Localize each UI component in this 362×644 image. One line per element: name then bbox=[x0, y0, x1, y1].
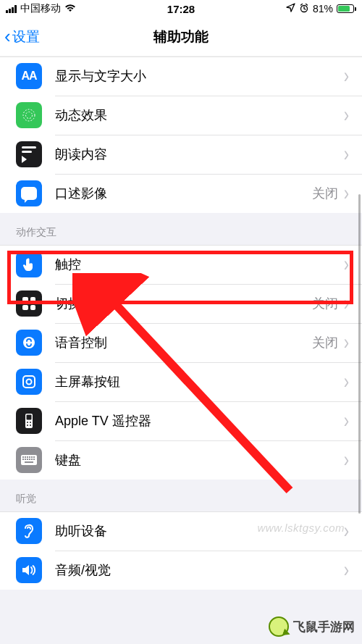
settings-scroll[interactable]: AA 显示与文字大小 › 动态效果 › 朗读内容 › 口述影像 关 bbox=[0, 57, 362, 644]
row-label: 朗读内容 bbox=[55, 146, 344, 163]
section-header-hearing: 听觉 bbox=[0, 480, 362, 511]
svg-rect-18 bbox=[33, 456, 35, 458]
row-label: 显示与文字大小 bbox=[55, 67, 344, 85]
svg-rect-25 bbox=[25, 461, 33, 463]
svg-rect-16 bbox=[29, 456, 30, 458]
chevron-right-icon: › bbox=[344, 521, 349, 542]
row-touch[interactable]: 触控 › bbox=[0, 245, 362, 284]
row-hearing-devices[interactable]: 助听设备 › bbox=[0, 511, 362, 551]
home-button-icon bbox=[16, 369, 42, 395]
scrollbar[interactable] bbox=[358, 194, 361, 514]
chevron-right-icon: › bbox=[344, 411, 349, 432]
chevron-right-icon: › bbox=[344, 183, 349, 204]
chevron-right-icon: › bbox=[344, 254, 349, 275]
status-right: 81% bbox=[286, 3, 356, 15]
svg-rect-13 bbox=[22, 456, 24, 458]
row-label: 音频/视觉 bbox=[55, 561, 344, 579]
chevron-right-icon: › bbox=[344, 450, 349, 471]
row-label: 触控 bbox=[55, 256, 344, 273]
svg-point-9 bbox=[30, 422, 31, 423]
voice-control-icon bbox=[16, 330, 42, 356]
back-label: 设置 bbox=[12, 28, 40, 46]
svg-rect-14 bbox=[25, 456, 26, 458]
svg-rect-19 bbox=[22, 459, 24, 460]
svg-point-5 bbox=[27, 380, 32, 385]
battery-pct: 81% bbox=[313, 3, 333, 14]
wifi-icon bbox=[64, 4, 76, 14]
chevron-right-icon: › bbox=[344, 293, 349, 314]
row-apple-tv-remote[interactable]: Apple TV 遥控器 › bbox=[0, 401, 362, 440]
chevron-right-icon: › bbox=[344, 333, 349, 354]
status-left: 中国移动 bbox=[6, 2, 76, 15]
svg-rect-4 bbox=[23, 376, 35, 388]
chevron-right-icon: › bbox=[344, 66, 349, 87]
signal-icon bbox=[6, 5, 17, 13]
chevron-right-icon: › bbox=[344, 560, 349, 581]
row-label: Apple TV 遥控器 bbox=[55, 412, 344, 430]
page-title: 辅助功能 bbox=[153, 28, 209, 46]
status-bar: 中国移动 17:28 81% bbox=[0, 0, 362, 17]
locate-icon bbox=[286, 3, 295, 14]
row-label: 口述影像 bbox=[55, 185, 312, 202]
chevron-right-icon: › bbox=[344, 105, 349, 126]
row-detail: 关闭 bbox=[312, 334, 338, 351]
ear-icon bbox=[16, 518, 42, 544]
switch-control-icon bbox=[16, 290, 42, 317]
keyboard-icon bbox=[16, 447, 42, 473]
row-switch-control[interactable]: 切换控制 关闭 › bbox=[0, 284, 362, 323]
row-label: 切换控制 bbox=[55, 295, 312, 312]
svg-point-8 bbox=[27, 422, 28, 423]
svg-rect-7 bbox=[27, 415, 32, 420]
svg-rect-15 bbox=[27, 456, 28, 458]
clock: 17:28 bbox=[167, 3, 195, 15]
row-label: 语音控制 bbox=[55, 334, 312, 351]
tv-remote-icon bbox=[16, 408, 42, 434]
svg-rect-17 bbox=[31, 456, 33, 458]
vision-list: AA 显示与文字大小 › 动态效果 › 朗读内容 › 口述影像 关 bbox=[0, 57, 362, 213]
row-label: 助听设备 bbox=[55, 522, 344, 540]
svg-point-10 bbox=[27, 425, 28, 426]
back-button[interactable]: ‹ 设置 bbox=[4, 28, 40, 46]
chevron-left-icon: ‹ bbox=[4, 27, 11, 46]
row-voice-control[interactable]: 语音控制 关闭 › bbox=[0, 323, 362, 362]
nav-bar: ‹ 设置 辅助功能 bbox=[0, 17, 362, 57]
row-detail: 关闭 bbox=[312, 185, 338, 202]
row-detail: 关闭 bbox=[312, 295, 338, 312]
svg-point-11 bbox=[30, 425, 31, 426]
svg-rect-23 bbox=[31, 459, 33, 460]
section-header-motor: 动作交互 bbox=[0, 213, 362, 245]
row-home-button[interactable]: 主屏幕按钮 › bbox=[0, 362, 362, 401]
touch-icon bbox=[16, 251, 42, 277]
battery-icon bbox=[337, 4, 356, 13]
row-audio-visual[interactable]: 音频/视觉 › bbox=[0, 551, 362, 590]
carrier-label: 中国移动 bbox=[20, 2, 61, 15]
audio-description-icon bbox=[16, 180, 42, 206]
hearing-list: 助听设备 › 音频/视觉 › bbox=[0, 511, 362, 590]
chevron-right-icon: › bbox=[344, 144, 349, 165]
svg-rect-22 bbox=[29, 459, 30, 460]
alarm-icon bbox=[299, 3, 309, 15]
row-motion[interactable]: 动态效果 › bbox=[0, 96, 362, 135]
svg-rect-24 bbox=[33, 459, 35, 460]
row-keyboards[interactable]: 键盘 › bbox=[0, 440, 362, 480]
chevron-right-icon: › bbox=[344, 372, 349, 393]
speaker-icon bbox=[16, 557, 42, 583]
row-label: 键盘 bbox=[55, 451, 344, 469]
text-size-icon: AA bbox=[16, 63, 42, 89]
svg-point-2 bbox=[26, 112, 33, 119]
motor-list: 触控 › 切换控制 关闭 › 语音控制 关闭 › 主屏幕按钮 bbox=[0, 245, 362, 480]
row-display-text-size[interactable]: AA 显示与文字大小 › bbox=[0, 57, 362, 96]
spoken-content-icon bbox=[16, 141, 42, 167]
row-label: 动态效果 bbox=[55, 106, 344, 124]
row-label: 主屏幕按钮 bbox=[55, 373, 344, 390]
svg-point-1 bbox=[23, 109, 35, 121]
svg-rect-20 bbox=[25, 459, 26, 460]
row-spoken-content[interactable]: 朗读内容 › bbox=[0, 135, 362, 174]
motion-icon bbox=[16, 102, 42, 128]
row-audio-descriptions[interactable]: 口述影像 关闭 › bbox=[0, 174, 362, 213]
svg-rect-21 bbox=[27, 459, 28, 460]
